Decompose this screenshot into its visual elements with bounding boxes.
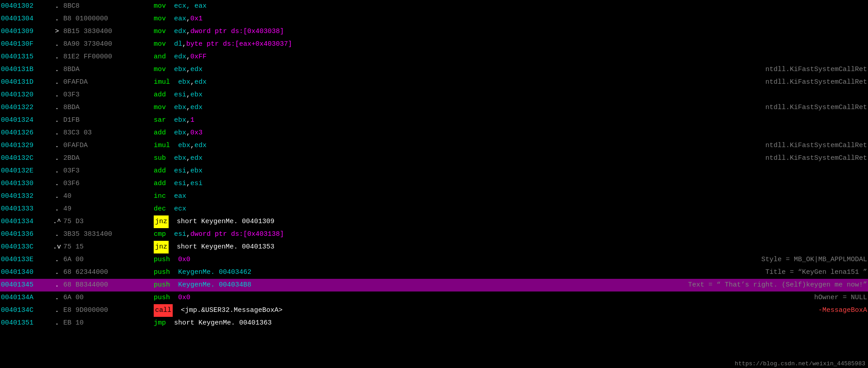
operand-part: eax bbox=[174, 190, 186, 203]
comment: ntdll.KiFastSystemCallRet bbox=[756, 139, 867, 152]
operand-part: , bbox=[186, 228, 190, 241]
operand-part: KeygenMe. 004034B8 bbox=[178, 279, 251, 292]
operand-part: , bbox=[182, 38, 186, 51]
bytes: 68 B8344000 bbox=[63, 279, 154, 292]
bytes: D1FB bbox=[63, 114, 154, 127]
marker: . bbox=[51, 139, 63, 152]
mnemonic: push bbox=[154, 292, 170, 304]
address: 0040130F bbox=[1, 38, 51, 51]
table-row[interactable]: 00401332.40inc eax bbox=[0, 190, 868, 203]
table-row[interactable]: 00401333.49dec ecx bbox=[0, 203, 868, 215]
bytes: 8B15 3830400 bbox=[63, 25, 154, 38]
operand-part: , bbox=[186, 101, 190, 114]
operand-part: esi bbox=[190, 177, 203, 190]
instruction: mov ecx, eax bbox=[154, 0, 867, 13]
table-row[interactable]: 0040131D.0FAFDAimul ebx,edxntdll.KiFastS… bbox=[0, 76, 868, 89]
mnemonic: mov bbox=[154, 13, 166, 25]
mnemonic: sub bbox=[154, 152, 166, 165]
address: 00401351 bbox=[1, 317, 51, 330]
table-row[interactable]: 00401324.D1FBsar ebx,1 bbox=[0, 114, 868, 127]
operand-part: KeygenMe. 00403462 bbox=[178, 266, 251, 279]
address: 0040131D bbox=[1, 76, 51, 89]
mnemonic: push bbox=[154, 266, 170, 279]
operand-part: dl bbox=[174, 38, 182, 51]
table-row[interactable]: 00401336.3B35 3831400cmp esi,dword ptr d… bbox=[0, 228, 868, 241]
operands: ecx, eax bbox=[174, 0, 207, 13]
instruction: imul ebx,edx bbox=[154, 139, 756, 152]
operand-part: ebx bbox=[174, 127, 186, 139]
instruction: jnz short KeygenMe. 00401309 bbox=[154, 215, 867, 228]
bytes: 03F3 bbox=[63, 165, 154, 177]
operand-part: , bbox=[186, 51, 190, 63]
table-row[interactable]: 00401351.EB 10jmp short KeygenMe. 004013… bbox=[0, 317, 868, 330]
mnemonic: push bbox=[154, 279, 170, 292]
instruction: call <jmp.&USER32.MessageBoxA> bbox=[154, 304, 809, 317]
operand-part: ebx bbox=[178, 76, 190, 89]
address: 0040134A bbox=[1, 292, 51, 304]
comment: ntdll.KiFastSystemCallRet bbox=[756, 76, 867, 89]
table-row[interactable]: 00401326.83C3 03add ebx,0x3 bbox=[0, 127, 868, 139]
instruction: inc eax bbox=[154, 190, 867, 203]
table-row[interactable]: 00401334.^75 D3jnz short KeygenMe. 00401… bbox=[0, 215, 868, 228]
instruction: add ebx,0x3 bbox=[154, 127, 867, 139]
instruction: mov edx,dword ptr ds:[0x403038] bbox=[154, 25, 867, 38]
operand-part: ebx bbox=[174, 63, 186, 76]
instruction: push 0x0 bbox=[154, 292, 805, 304]
table-row[interactable]: 00401315.81E2 FF00000and edx,0xFF bbox=[0, 51, 868, 63]
instruction: push KeygenMe. 004034B8 bbox=[154, 279, 679, 292]
table-row[interactable]: 00401304.B8 01000000mov eax,0x1 bbox=[0, 13, 868, 25]
address: 00401332 bbox=[1, 190, 51, 203]
table-row[interactable]: 0040134C.E8 9D000000call <jmp.&USER32.Me… bbox=[0, 304, 868, 317]
table-row[interactable]: 0040133E.6A 00push 0x0Style = MB_OK|MB_A… bbox=[0, 253, 868, 266]
mnemonic: imul bbox=[154, 76, 170, 89]
operand-part: ebx bbox=[178, 139, 190, 152]
table-row[interactable]: 0040133C.v75 15jnz short KeygenMe. 00401… bbox=[0, 241, 868, 253]
marker: . bbox=[51, 253, 63, 266]
table-row[interactable]: 00401309>8B15 3830400mov edx,dword ptr d… bbox=[0, 25, 868, 38]
bytes: 6A 00 bbox=[63, 253, 154, 266]
operand-part: 0x3 bbox=[190, 127, 203, 139]
operand-part: , bbox=[190, 139, 194, 152]
table-row[interactable]: 00401302.8BC8mov ecx, eax bbox=[0, 0, 868, 13]
marker: > bbox=[51, 25, 63, 38]
table-row[interactable]: 0040134A.6A 00push 0x0hOwner = NULL bbox=[0, 292, 868, 304]
instruction: push KeygenMe. 00403462 bbox=[154, 266, 756, 279]
mnemonic: mov bbox=[154, 38, 166, 51]
operand-part: , bbox=[186, 63, 190, 76]
table-row[interactable]: 00401322.8BDAmov ebx,edxntdll.KiFastSyst… bbox=[0, 101, 868, 114]
table-row[interactable]: 0040131B.8BDAmov ebx,edxntdll.KiFastSyst… bbox=[0, 63, 868, 76]
bytes: E8 9D000000 bbox=[63, 304, 154, 317]
table-row[interactable]: 0040132E.03F3add esi,ebx bbox=[0, 165, 868, 177]
operand-part: ecx bbox=[174, 203, 186, 215]
bytes: B8 01000000 bbox=[63, 13, 154, 25]
instruction: and edx,0xFF bbox=[154, 51, 867, 63]
bytes: 2BDA bbox=[63, 152, 154, 165]
marker: . bbox=[51, 165, 63, 177]
address: 00401320 bbox=[1, 89, 51, 101]
operand-part: esi bbox=[174, 228, 186, 241]
address: 00401329 bbox=[1, 139, 51, 152]
table-row[interactable]: 00401320.03F3add esi,ebx bbox=[0, 89, 868, 101]
marker: . bbox=[51, 38, 63, 51]
operand-part: ebx bbox=[190, 89, 203, 101]
operand-part: , bbox=[190, 76, 194, 89]
address: 0040131B bbox=[1, 63, 51, 76]
instruction: jnz short KeygenMe. 00401353 bbox=[154, 241, 867, 253]
table-row[interactable]: 0040132C.2BDAsub ebx,edxntdll.KiFastSyst… bbox=[0, 152, 868, 165]
comment: -MessageBoxA bbox=[809, 304, 867, 317]
table-row[interactable]: 00401329.0FAFDAimul ebx,edxntdll.KiFastS… bbox=[0, 139, 868, 152]
operand-part: short KeygenMe. 00401353 bbox=[177, 241, 274, 253]
table-row[interactable]: 0040130F.8A90 3730400mov dl,byte ptr ds:… bbox=[0, 38, 868, 51]
table-row[interactable]: 00401345.68 B8344000push KeygenMe. 00403… bbox=[0, 279, 868, 292]
operand-part: , bbox=[186, 177, 190, 190]
mnemonic: jnz bbox=[154, 241, 169, 253]
address: 0040132C bbox=[1, 152, 51, 165]
operand-part: edx bbox=[190, 101, 203, 114]
table-row[interactable]: 00401340.68 62344000push KeygenMe. 00403… bbox=[0, 266, 868, 279]
instruction: jmp short KeygenMe. 00401363 bbox=[154, 317, 867, 330]
bytes: EB 10 bbox=[63, 317, 154, 330]
mnemonic: add bbox=[154, 165, 166, 177]
table-row[interactable]: 00401330.03F6add esi,esi bbox=[0, 177, 868, 190]
mnemonic: add bbox=[154, 89, 166, 101]
operand-part: 0x1 bbox=[190, 13, 203, 25]
